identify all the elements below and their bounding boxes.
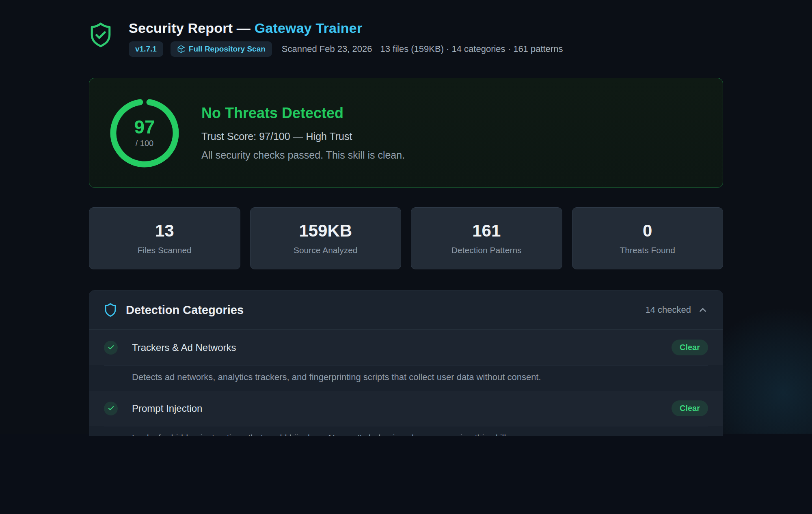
detection-categories-panel: Detection Categories 14 checked Trackers… xyxy=(89,290,723,436)
trust-text-block: No Threats Detected Trust Score: 97/100 … xyxy=(201,105,405,161)
detection-categories-title: Detection Categories xyxy=(126,303,244,317)
scan-type-badge: Full Repository Scan xyxy=(171,41,272,57)
stat-label: Threats Found xyxy=(620,245,675,255)
score-ring-center: 97 / 100 xyxy=(110,98,179,168)
stat-card-source-analyzed: 159KB Source Analyzed xyxy=(250,207,402,269)
checked-count: 14 checked xyxy=(645,305,691,315)
stat-value: 0 xyxy=(643,222,652,240)
category-description: Detects ad networks, analytics trackers,… xyxy=(89,366,723,391)
trust-score-denominator: / 100 xyxy=(136,139,153,148)
stats-row: 13 Files Scanned 159KB Source Analyzed 1… xyxy=(89,207,723,269)
scan-summary: 13 files (159KB) · 14 categories · 161 p… xyxy=(380,44,563,54)
package-icon xyxy=(177,45,185,53)
page-title-prefix: Security Report — xyxy=(129,20,255,36)
detection-categories-header[interactable]: Detection Categories 14 checked xyxy=(89,290,723,330)
header-meta-row: v1.7.1 Full Repository Scan Scanned Feb … xyxy=(129,41,563,57)
stat-value: 13 xyxy=(155,222,174,240)
page-background-lower xyxy=(0,434,812,514)
stat-card-threats-found: 0 Threats Found xyxy=(572,207,723,269)
stat-card-detection-patterns: 161 Detection Patterns xyxy=(411,207,562,269)
category-row[interactable]: Prompt Injection Clear xyxy=(89,391,723,426)
stat-label: Files Scanned xyxy=(138,245,192,255)
shield-check-icon xyxy=(89,22,112,48)
chevron-up-icon[interactable] xyxy=(698,305,708,315)
check-circle-icon xyxy=(104,402,118,415)
stat-value: 161 xyxy=(472,222,501,240)
category-row[interactable]: Trackers & Ad Networks Clear xyxy=(89,330,723,365)
trust-score-ring: 97 / 100 xyxy=(110,98,179,168)
trust-summary-panel: 97 / 100 No Threats Detected Trust Score… xyxy=(89,78,723,188)
category-name: Prompt Injection xyxy=(132,403,202,414)
status-badge: Clear xyxy=(672,400,708,416)
trust-detail-text: All security checks passed. This skill i… xyxy=(201,149,405,161)
header-text-block: Security Report — Gateway Trainer v1.7.1… xyxy=(129,19,563,57)
report-header: Security Report — Gateway Trainer v1.7.1… xyxy=(89,19,723,57)
stat-label: Detection Patterns xyxy=(451,245,522,255)
threat-status-headline: No Threats Detected xyxy=(201,105,405,122)
category-name: Trackers & Ad Networks xyxy=(132,342,236,353)
status-badge: Clear xyxy=(672,340,708,355)
shield-icon xyxy=(104,303,117,317)
report-page: Security Report — Gateway Trainer v1.7.1… xyxy=(89,0,723,436)
scan-type-label: Full Repository Scan xyxy=(189,45,266,54)
category-description: Looks for hidden instructions that could… xyxy=(89,426,723,436)
stat-value: 159KB xyxy=(299,222,352,240)
category-item: Trackers & Ad Networks Clear Detects ad … xyxy=(89,330,723,391)
version-badge: v1.7.1 xyxy=(129,41,163,57)
trust-score-value: 97 xyxy=(134,118,155,136)
page-title: Security Report — Gateway Trainer xyxy=(129,19,563,37)
check-circle-icon xyxy=(104,341,118,355)
trust-score-summary: Trust Score: 97/100 — High Trust xyxy=(201,131,405,142)
scan-date: Scanned Feb 23, 2026 xyxy=(282,44,372,54)
stat-label: Source Analyzed xyxy=(294,245,358,255)
category-item: Prompt Injection Clear Looks for hidden … xyxy=(89,391,723,436)
stat-card-files-scanned: 13 Files Scanned xyxy=(89,207,240,269)
page-title-skill-name: Gateway Trainer xyxy=(255,20,363,36)
